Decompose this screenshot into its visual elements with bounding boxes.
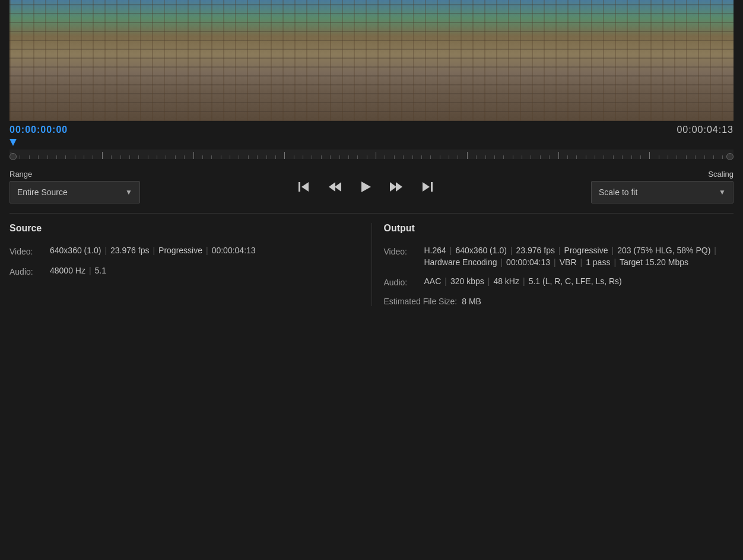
output-video-resolution: 640x360 (1.0) bbox=[456, 246, 507, 255]
ruler-tick bbox=[659, 155, 659, 159]
ruler-tick bbox=[476, 155, 477, 159]
step-back-button[interactable] bbox=[324, 176, 345, 198]
ruler-tick bbox=[202, 155, 203, 159]
timecode-total: 00:00:04:13 bbox=[677, 125, 734, 135]
svg-marker-7 bbox=[423, 182, 430, 192]
scaling-select-arrow: ▼ bbox=[719, 188, 726, 196]
output-video-bitrate-mode: VBR bbox=[560, 257, 577, 267]
ruler-tick bbox=[494, 155, 495, 159]
ruler-tick bbox=[449, 155, 449, 159]
range-start-handle[interactable] bbox=[9, 153, 17, 160]
source-panel: Source Video: 640x360 (1.0) | 23.976 fps… bbox=[9, 223, 372, 306]
ruler-tick bbox=[513, 155, 513, 159]
ruler-tick bbox=[230, 155, 230, 159]
scrubber-handle-left[interactable] bbox=[9, 139, 17, 146]
source-video-fps: 23.976 fps bbox=[110, 246, 149, 255]
ruler-tick bbox=[148, 155, 148, 159]
ruler-tick bbox=[531, 155, 531, 159]
ruler-tick bbox=[686, 155, 687, 159]
ruler-tick bbox=[29, 155, 30, 159]
estimated-label: Estimated File Size: bbox=[384, 297, 458, 306]
source-video-resolution: 640x360 (1.0) bbox=[50, 246, 101, 255]
svg-rect-8 bbox=[431, 182, 433, 192]
play-icon bbox=[359, 180, 372, 193]
ruler-tick bbox=[430, 155, 431, 159]
ruler-tick bbox=[649, 152, 650, 159]
step-back-icon bbox=[328, 180, 342, 193]
ruler-tick bbox=[138, 155, 139, 159]
ruler-tick bbox=[576, 155, 577, 159]
ruler-tick bbox=[129, 155, 130, 159]
go-to-start-icon bbox=[297, 180, 310, 193]
scaling-select-value: Scale to fit bbox=[599, 187, 637, 197]
range-end-handle[interactable] bbox=[726, 153, 734, 160]
output-video-passes: 1 pass bbox=[586, 257, 610, 267]
ruler-tick bbox=[622, 155, 623, 159]
ruler-tick bbox=[20, 155, 20, 159]
output-video-label: Video: bbox=[384, 246, 420, 256]
play-button[interactable] bbox=[355, 176, 376, 198]
go-to-start-button[interactable] bbox=[293, 176, 315, 198]
ruler-tick bbox=[668, 155, 668, 159]
go-to-end-button[interactable] bbox=[417, 176, 438, 198]
ruler-tick bbox=[403, 155, 404, 159]
ruler-tick bbox=[412, 155, 413, 159]
ruler-tick bbox=[184, 155, 185, 159]
ruler-tick bbox=[339, 155, 340, 159]
timecode-current: 00:00:00:00 bbox=[9, 125, 68, 135]
scaling-label: Scaling bbox=[708, 170, 734, 179]
source-video-label: Video: bbox=[9, 246, 45, 256]
ruler-tick bbox=[357, 155, 358, 159]
range-label: Range bbox=[9, 170, 140, 179]
estimated-row: Estimated File Size: 8 MB bbox=[384, 297, 734, 306]
ruler-tick bbox=[722, 155, 723, 159]
go-to-end-icon bbox=[421, 180, 434, 193]
ruler-tick bbox=[503, 155, 504, 159]
output-video-quality: 203 (75% HLG, 58% PQ) bbox=[617, 246, 710, 255]
ruler-tick bbox=[440, 155, 440, 159]
output-title: Output bbox=[384, 223, 734, 234]
ruler-tick bbox=[120, 155, 121, 159]
ruler-tick bbox=[193, 152, 194, 159]
info-area: Source Video: 640x360 (1.0) | 23.976 fps… bbox=[9, 223, 734, 306]
scrubber-arrow bbox=[9, 139, 17, 146]
ruler-inner bbox=[9, 149, 734, 159]
ruler-tick bbox=[604, 155, 604, 159]
ruler-tick bbox=[211, 155, 212, 159]
ruler-tick bbox=[485, 155, 486, 159]
step-forward-icon bbox=[389, 180, 404, 193]
ruler-tick bbox=[56, 155, 57, 159]
source-title: Source bbox=[9, 223, 360, 234]
ruler-tick bbox=[549, 155, 550, 159]
video-preview bbox=[9, 0, 734, 121]
range-select[interactable]: Entire Source ▼ bbox=[9, 181, 140, 203]
ruler-tick bbox=[467, 152, 468, 159]
ruler-tick bbox=[330, 155, 331, 159]
output-video-scan: Progressive bbox=[564, 246, 608, 255]
output-video-row: Video: H.264 | 640x360 (1.0) | 23.976 fp… bbox=[384, 246, 734, 267]
ruler-tick bbox=[321, 155, 322, 159]
ruler-tick bbox=[257, 155, 258, 159]
source-audio-label: Audio: bbox=[9, 266, 45, 276]
source-audio-hz: 48000 Hz bbox=[50, 266, 85, 275]
ruler-tick bbox=[65, 155, 66, 159]
ruler-tick bbox=[677, 155, 677, 159]
output-audio-label: Audio: bbox=[384, 276, 420, 287]
ruler-tick bbox=[248, 155, 249, 159]
ruler-row bbox=[9, 149, 734, 159]
range-select-arrow: ▼ bbox=[125, 188, 132, 196]
output-video-target: Target 15.20 Mbps bbox=[620, 257, 688, 267]
timecode-bar: 00:00:00:00 00:00:04:13 bbox=[9, 121, 734, 139]
ruler-tick bbox=[695, 155, 696, 159]
source-video-row: Video: 640x360 (1.0) | 23.976 fps | Prog… bbox=[9, 246, 360, 256]
svg-marker-4 bbox=[361, 182, 371, 192]
timeline-scrubber[interactable] bbox=[9, 139, 734, 160]
range-section: Range Entire Source ▼ bbox=[9, 170, 140, 203]
transport-controls bbox=[293, 176, 438, 198]
scaling-select[interactable]: Scale to fit ▼ bbox=[591, 181, 734, 203]
source-audio-values: 48000 Hz | 5.1 bbox=[50, 266, 360, 275]
svg-marker-1 bbox=[301, 182, 309, 192]
output-video-values: H.264 | 640x360 (1.0) | 23.976 fps | Pro… bbox=[424, 246, 734, 267]
ruler-tick bbox=[376, 152, 376, 159]
step-forward-button[interactable] bbox=[386, 176, 407, 198]
